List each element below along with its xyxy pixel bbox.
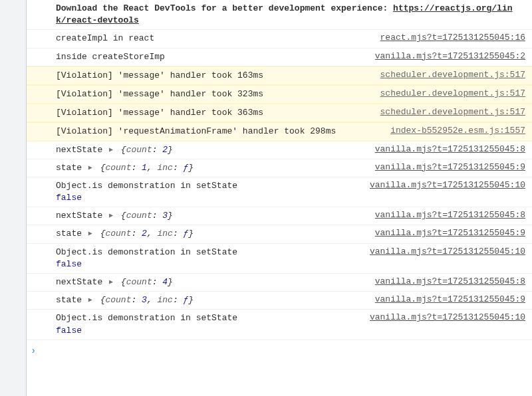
obj-value: ƒ — [184, 229, 189, 239]
violation-message: [Violation] 'message' handler took 163ms — [56, 70, 380, 82]
log-message: inside createStoreImp — [56, 51, 375, 63]
log-source-link[interactable]: scheduler.development.js:517 — [380, 107, 525, 117]
log-row: state ▶ {count: 2, inc: ƒ} vanilla.mjs?t… — [27, 225, 532, 243]
expand-arrow-icon[interactable]: ▶ — [88, 229, 92, 239]
obj-key: count — [126, 277, 152, 287]
violation-row: [Violation] 'message' handler took 323ms… — [27, 85, 532, 104]
obj-value: ƒ — [184, 163, 189, 173]
obj-key: count — [105, 229, 131, 239]
devtools-download-message: Download the React DevTools for a better… — [27, 0, 532, 30]
log-row: Object.is demonstration in setState fals… — [27, 177, 532, 207]
log-bool: false — [56, 193, 82, 203]
log-source-link[interactable]: scheduler.development.js:517 — [380, 70, 525, 80]
log-message: Object.is demonstration in setState — [56, 313, 237, 323]
log-source-link[interactable]: vanilla.mjs?t=1725131255045:10 — [370, 180, 525, 190]
log-source-link[interactable]: vanilla.mjs?t=1725131255045:8 — [375, 144, 525, 154]
violation-message: [Violation] 'message' handler took 323ms — [56, 88, 380, 100]
log-message: Object.is demonstration in setState — [56, 247, 237, 257]
log-message: createImpl in react — [56, 33, 380, 45]
log-source-link[interactable]: vanilla.mjs?t=1725131255045:8 — [375, 276, 525, 286]
expand-arrow-icon[interactable]: ▶ — [109, 278, 113, 287]
obj-value: 2 — [162, 145, 168, 155]
obj-value: 3 — [142, 295, 147, 305]
violation-row: [Violation] 'requestAnimationFrame' hand… — [27, 122, 532, 141]
log-source-link[interactable]: vanilla.mjs?t=1725131255045:10 — [370, 312, 525, 322]
obj-key: count — [105, 295, 131, 305]
expand-arrow-icon[interactable]: ▶ — [88, 163, 92, 173]
log-source-link[interactable]: vanilla.mjs?t=1725131255045:9 — [375, 162, 525, 172]
log-bool: false — [56, 326, 82, 336]
log-row: nextState ▶ {count: 3} vanilla.mjs?t=172… — [27, 207, 532, 225]
obj-value: 2 — [142, 229, 147, 239]
prompt-caret-icon — [31, 346, 36, 356]
violation-message: [Violation] 'requestAnimationFrame' hand… — [56, 126, 390, 138]
obj-value: 3 — [162, 211, 168, 221]
log-bool: false — [56, 259, 82, 269]
gutter — [0, 0, 27, 396]
expand-arrow-icon[interactable]: ▶ — [109, 146, 113, 155]
devtools-download-text: Download the React DevTools for a better… — [56, 3, 393, 13]
expand-arrow-icon[interactable]: ▶ — [88, 296, 92, 305]
log-label: nextState — [56, 145, 108, 155]
log-source-link[interactable]: vanilla.mjs?t=1725131255045:9 — [375, 294, 525, 304]
obj-key: count — [105, 163, 131, 173]
obj-key: inc — [158, 163, 173, 173]
obj-key: inc — [158, 295, 173, 305]
log-row: Object.is demonstration in setState fals… — [27, 244, 532, 274]
console-prompt[interactable] — [27, 340, 532, 361]
log-row: state ▶ {count: 3, inc: ƒ} vanilla.mjs?t… — [27, 292, 532, 310]
log-label: state — [56, 163, 87, 173]
log-row: Object.is demonstration in setState fals… — [27, 310, 532, 340]
violation-message: [Violation] 'message' handler took 363ms — [56, 107, 380, 119]
log-row: nextState ▶ {count: 2} vanilla.mjs?t=172… — [27, 142, 532, 159]
log-source-link[interactable]: index-b552952e.esm.js:1557 — [390, 126, 525, 136]
log-source-link[interactable]: vanilla.mjs?t=1725131255045:9 — [375, 228, 525, 238]
log-row: nextState ▶ {count: 4} vanilla.mjs?t=172… — [27, 274, 532, 292]
console-panel: Download the React DevTools for a better… — [27, 0, 532, 396]
obj-value: ƒ — [184, 295, 189, 305]
obj-key: count — [126, 211, 152, 221]
log-message: Object.is demonstration in setState — [56, 181, 237, 191]
expand-arrow-icon[interactable]: ▶ — [109, 211, 113, 221]
obj-value: 1 — [142, 163, 147, 173]
log-source-link[interactable]: vanilla.mjs?t=1725131255045:8 — [375, 210, 525, 220]
log-label: state — [56, 229, 87, 239]
log-row: createImpl in react react.mjs?t=17251312… — [27, 30, 532, 48]
obj-value: 4 — [162, 277, 168, 287]
log-source-link[interactable]: vanilla.mjs?t=1725131255045:10 — [370, 247, 525, 256]
log-source-link[interactable]: react.mjs?t=1725131255045:16 — [380, 33, 525, 43]
violation-row: [Violation] 'message' handler took 163ms… — [27, 66, 532, 85]
log-source-link[interactable]: vanilla.mjs?t=1725131255045:2 — [375, 51, 525, 61]
log-row: inside createStoreImp vanilla.mjs?t=1725… — [27, 49, 532, 66]
log-label: state — [56, 295, 87, 305]
log-label: nextState — [56, 211, 108, 221]
obj-key: inc — [158, 229, 173, 239]
log-source-link[interactable]: scheduler.development.js:517 — [380, 88, 525, 98]
obj-key: count — [126, 145, 152, 155]
log-row: state ▶ {count: 1, inc: ƒ} vanilla.mjs?t… — [27, 159, 532, 177]
violation-row: [Violation] 'message' handler took 363ms… — [27, 104, 532, 122]
log-label: nextState — [56, 277, 108, 287]
